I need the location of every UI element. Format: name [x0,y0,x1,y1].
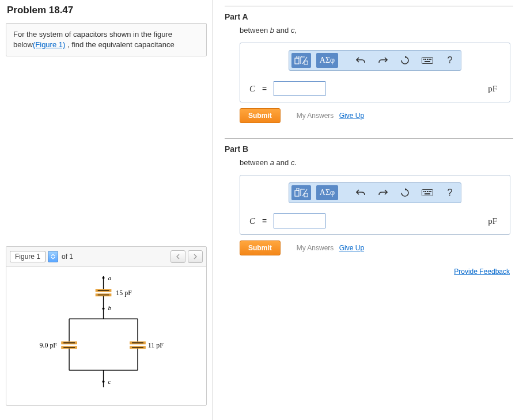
svg-text:b: b [108,305,111,312]
svg-rect-37 [427,59,428,60]
figure-prev-button[interactable] [171,250,185,263]
figure-page-of: of 1 [60,253,73,261]
svg-point-29 [103,381,105,383]
undo-icon [356,189,365,197]
part-a-submit-row: Submit My Answers Give Up [240,108,513,123]
svg-rect-41 [295,190,299,196]
part-b-answer-input[interactable] [274,213,325,228]
svg-rect-39 [430,59,431,60]
svg-text:11 pF: 11 pF [148,341,164,349]
right-column: Part A between b and c, ΑΣφ [213,0,519,420]
part-a-sep: , [294,26,297,35]
redo-icon [378,56,388,64]
part-a-prompt: between b and c, [240,26,513,35]
svg-rect-50 [425,193,430,194]
figure-panel: Figure 1 of 1 a [6,246,207,406]
part-b-answer-box: ΑΣφ ? C = pF [240,175,510,235]
help-button[interactable]: ? [441,53,459,68]
undo-button[interactable] [352,53,369,68]
my-answers-label: My Answers [297,244,334,252]
part-b-answer-row: C = pF [246,213,504,228]
figure-link[interactable]: (Figure 1) [33,40,65,49]
provide-feedback-link[interactable]: Provide Feedback [454,268,510,276]
unit-label: pF [488,84,501,94]
help-button[interactable]: ? [441,185,459,200]
answers-links: My Answers Give Up [297,244,364,252]
undo-icon [356,56,365,64]
reset-button[interactable] [396,185,414,200]
left-column: Problem 18.47 For the system of capacito… [0,0,213,420]
svg-rect-44 [422,190,433,196]
reset-icon [400,56,410,65]
svg-point-1 [103,277,105,279]
part-a-title: Part A [225,12,513,21]
keyboard-button[interactable] [419,53,436,68]
svg-rect-33 [304,61,308,64]
undo-button[interactable] [352,185,369,200]
unit-label: pF [488,216,501,226]
chevron-right-icon [193,254,198,259]
redo-button[interactable] [374,53,392,68]
part-b-sep: . [294,158,297,167]
figure-label: Figure 1 [10,251,46,262]
svg-rect-43 [304,193,308,197]
svg-rect-47 [427,191,428,192]
svg-rect-35 [423,59,425,60]
part-a-answer-input[interactable] [274,81,325,96]
part-a-pre: between [240,26,270,35]
svg-text:15 pF: 15 pF [116,289,132,297]
template-button[interactable] [291,185,311,200]
greek-button[interactable]: ΑΣφ [316,53,338,68]
part-a-toolbar: ΑΣφ ? [289,50,461,71]
part-a-node1: b [270,26,274,35]
circuit-diagram: a 15 pF b [12,273,200,399]
svg-rect-38 [429,59,430,60]
equals-label: = [262,84,267,93]
chevron-updown-icon [51,254,55,259]
svg-rect-36 [425,59,426,60]
svg-text:a: a [108,274,111,281]
keyboard-button[interactable] [419,185,436,200]
variable-label: C [249,84,255,94]
redo-button[interactable] [374,185,392,200]
figure-next-button[interactable] [188,250,203,263]
part-b-prompt: between a and c. [240,158,513,167]
part-a-submit-button[interactable]: Submit [240,108,281,123]
greek-button[interactable]: ΑΣφ [316,185,338,200]
feedback-row: Provide Feedback [225,267,510,276]
part-b-node1: a [270,158,274,167]
template-button[interactable] [291,53,311,68]
equals-label: = [262,216,267,226]
figure-toolbar: Figure 1 of 1 [6,247,206,267]
part-b-title: Part B [225,144,513,154]
svg-text:c: c [108,379,111,385]
keyboard-icon [422,189,433,196]
svg-rect-34 [422,58,433,64]
part-a-answer-box: ΑΣφ ? C = pF [240,43,510,102]
answers-links: My Answers Give Up [297,112,364,120]
svg-rect-48 [429,191,430,192]
part-b-submit-button[interactable]: Submit [240,240,281,255]
keyboard-icon [422,57,433,64]
reset-icon [400,188,410,197]
svg-rect-42 [297,188,299,190]
problem-title: Problem 18.47 [7,5,207,16]
svg-rect-46 [425,191,426,192]
give-up-link[interactable]: Give Up [339,244,364,252]
svg-point-9 [103,308,105,310]
part-b-submit-row: Submit My Answers Give Up [240,240,513,255]
prompt-box: For the system of capacitors shown in th… [6,23,207,56]
give-up-link[interactable]: Give Up [339,112,364,120]
part-a-answer-row: C = pF [246,81,504,96]
part-b-toolbar: ΑΣφ ? [289,182,461,203]
template-icon [294,188,308,197]
figure-page-select[interactable] [48,251,58,262]
chevron-left-icon [176,254,180,259]
svg-rect-40 [425,61,430,62]
divider [225,138,513,139]
divider [225,6,513,6]
svg-rect-45 [423,191,425,192]
part-a-and: and [274,26,291,35]
prompt-text-post: , find the equivalent capacitance [65,40,174,49]
reset-button[interactable] [396,53,414,68]
